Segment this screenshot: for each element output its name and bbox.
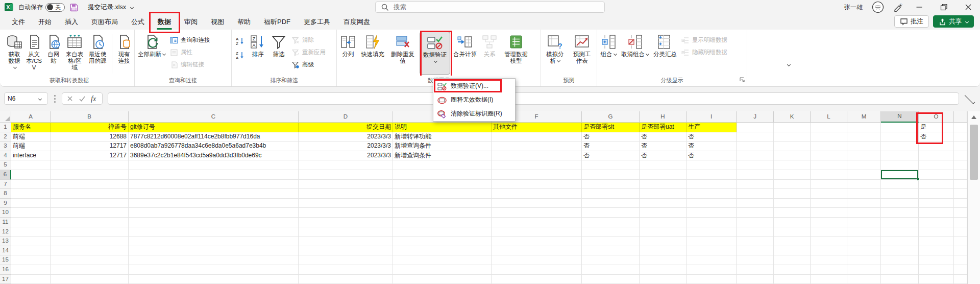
cell-B11[interactable]	[51, 218, 129, 227]
cell-H6[interactable]	[640, 170, 687, 180]
row-header-17[interactable]: 17	[0, 275, 11, 284]
cell-I12[interactable]	[687, 227, 737, 237]
tab-insert[interactable]: 插入	[59, 15, 84, 29]
cell-I15[interactable]	[687, 255, 737, 265]
scrollbar-thumb[interactable]	[970, 125, 978, 180]
cell-L8[interactable]	[811, 189, 847, 199]
cell-N15[interactable]	[881, 255, 919, 265]
cell-K1[interactable]	[774, 123, 811, 132]
cell-J13[interactable]	[737, 236, 774, 246]
row-header-7[interactable]: 7	[0, 180, 11, 190]
col-header-stub[interactable]	[954, 111, 967, 123]
sort-ascending-button[interactable]: AZ	[233, 35, 247, 46]
save-icon[interactable]	[69, 3, 79, 12]
cell-A13[interactable]	[11, 236, 51, 246]
cell-J14[interactable]	[737, 246, 774, 256]
col-header-C[interactable]: C	[129, 111, 299, 123]
cell-C7[interactable]	[129, 180, 299, 190]
cell-stub-4[interactable]	[954, 151, 967, 161]
tab-review[interactable]: 审阅	[179, 15, 203, 29]
cell-J16[interactable]	[737, 265, 774, 275]
cell-stub-16[interactable]	[954, 265, 967, 275]
cell-L1[interactable]	[811, 123, 847, 132]
data-validation-button[interactable]: 数据验证	[420, 32, 450, 75]
cell-A15[interactable]	[11, 255, 51, 265]
cell-N5[interactable]	[881, 160, 919, 170]
cell-J10[interactable]	[737, 208, 774, 218]
cell-D16[interactable]	[299, 265, 393, 275]
cell-G5[interactable]	[582, 160, 640, 170]
cell-C11[interactable]	[129, 218, 299, 227]
col-header-L[interactable]: L	[811, 111, 847, 123]
cell-A5[interactable]	[11, 160, 51, 170]
cell-E1[interactable]: 说明	[393, 123, 492, 132]
cell-E7[interactable]	[393, 180, 492, 190]
cell-G1[interactable]: 是否部署sit	[582, 123, 640, 132]
menu-item-circle-invalid-data[interactable]: 圈释无效数据(I)	[434, 93, 514, 107]
cell-F12[interactable]	[492, 227, 582, 237]
cell-G12[interactable]	[582, 227, 640, 237]
cell-J17[interactable]	[737, 275, 774, 284]
edit-links-button[interactable]: 编辑链接	[168, 60, 212, 69]
cell-M13[interactable]	[847, 236, 881, 246]
cell-K11[interactable]	[774, 218, 811, 227]
cell-K6[interactable]	[774, 170, 811, 180]
cell-stub-1[interactable]	[954, 123, 967, 132]
cell-F2[interactable]	[492, 132, 582, 142]
name-box-input[interactable]	[8, 95, 35, 102]
cell-L14[interactable]	[811, 246, 847, 256]
existing-connections-button[interactable]: 现有连接	[115, 32, 133, 75]
cell-H7[interactable]	[640, 180, 687, 190]
row-header-5[interactable]: 5	[0, 160, 11, 170]
cell-O14[interactable]	[919, 246, 954, 256]
cell-J12[interactable]	[737, 227, 774, 237]
cell-F6[interactable]	[492, 170, 582, 180]
cell-B13[interactable]	[51, 236, 129, 246]
cell-G2[interactable]: 否	[582, 132, 640, 142]
col-header-N[interactable]: N	[881, 111, 919, 123]
cell-D5[interactable]	[299, 160, 393, 170]
cell-D13[interactable]	[299, 236, 393, 246]
cell-K2[interactable]	[774, 132, 811, 142]
cell-B8[interactable]	[51, 189, 129, 199]
cell-M16[interactable]	[847, 265, 881, 275]
cell-L3[interactable]	[811, 141, 847, 151]
tab-view[interactable]: 视图	[205, 15, 230, 29]
cell-K13[interactable]	[774, 236, 811, 246]
cell-N6[interactable]	[881, 170, 919, 180]
cell-D1[interactable]: 提交日期	[299, 123, 393, 132]
ungroup-button[interactable]: 取消组合	[620, 32, 650, 75]
name-box-dropdown-icon[interactable]	[38, 97, 42, 100]
cell-E8[interactable]	[393, 189, 492, 199]
select-all-corner[interactable]	[0, 111, 11, 123]
filter-button[interactable]: 筛选	[269, 32, 288, 75]
get-data-button[interactable]: 获取数据	[6, 32, 23, 75]
cell-O9[interactable]	[919, 199, 954, 208]
cell-G13[interactable]	[582, 236, 640, 246]
cell-O10[interactable]	[919, 208, 954, 218]
cell-stub-8[interactable]	[954, 189, 967, 199]
cell-D8[interactable]	[299, 189, 393, 199]
what-if-analysis-button[interactable]: ?模拟分析	[543, 32, 568, 75]
cell-C2[interactable]: 7877c8212d60008e02aff114ce2b8fbb977d16da	[129, 132, 299, 142]
row-header-13[interactable]: 13	[0, 236, 11, 246]
search-box[interactable]	[375, 2, 605, 13]
cell-E4[interactable]: 新增查询条件	[393, 151, 492, 161]
advanced-filter-button[interactable]: 高级	[290, 60, 327, 69]
cell-E9[interactable]	[393, 199, 492, 208]
cell-F15[interactable]	[492, 255, 582, 265]
manage-data-model-button[interactable]: 管理数据模型	[501, 32, 531, 75]
cell-M8[interactable]	[847, 189, 881, 199]
from-web-button[interactable]: 自网站	[45, 32, 62, 75]
col-header-I[interactable]: I	[687, 111, 737, 123]
row-header-15[interactable]: 15	[0, 255, 11, 265]
cell-J15[interactable]	[737, 255, 774, 265]
cell-B17[interactable]	[51, 275, 129, 284]
tab-formulas[interactable]: 公式	[126, 15, 150, 29]
cell-N8[interactable]	[881, 189, 919, 199]
cell-F1[interactable]: 其他文件	[492, 123, 582, 132]
cell-K7[interactable]	[774, 180, 811, 190]
col-header-M[interactable]: M	[847, 111, 881, 123]
cell-E14[interactable]	[393, 246, 492, 256]
comments-button[interactable]: 批注	[894, 15, 929, 28]
